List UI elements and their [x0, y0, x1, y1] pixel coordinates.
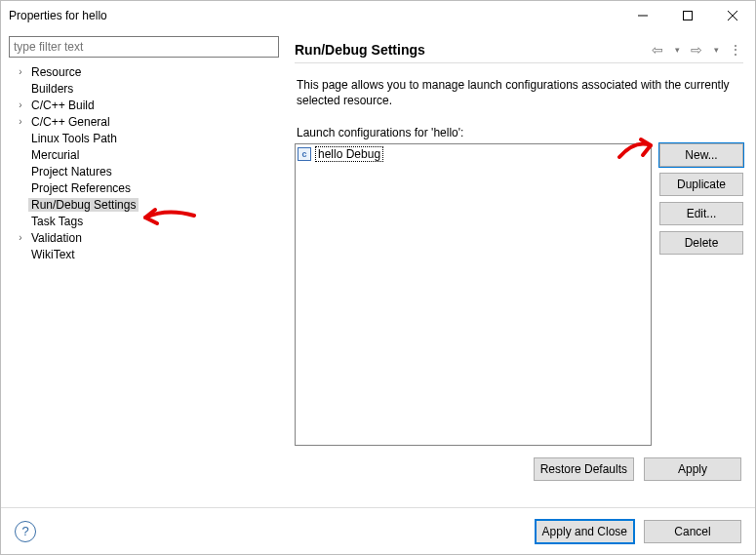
- config-side-buttons: New... Duplicate Edit... Delete: [659, 143, 743, 446]
- page-bottom-buttons: Restore Defaults Apply: [295, 457, 743, 481]
- tree-item[interactable]: Linux Tools Path: [9, 130, 279, 146]
- tree-item[interactable]: ›Resource: [9, 63, 279, 80]
- restore-defaults-button[interactable]: Restore Defaults: [534, 457, 634, 481]
- dialog-content: ›ResourceBuilders›C/C++ Build›C/C++ Gene…: [1, 30, 755, 507]
- edit-button[interactable]: Edit...: [659, 202, 743, 225]
- tree-item[interactable]: Project Natures: [9, 163, 279, 179]
- svg-rect-1: [684, 12, 693, 20]
- tree-item-label: Mercurial: [28, 148, 82, 162]
- tree-item[interactable]: Mercurial: [9, 146, 279, 163]
- tree-item-label: Project Natures: [28, 165, 115, 178]
- dialog-footer: ? Apply and Close Cancel: [1, 507, 755, 554]
- chevron-right-icon[interactable]: ›: [13, 232, 28, 243]
- config-row: chello Debug New... Duplicate Edit... De…: [295, 143, 743, 446]
- minimize-button[interactable]: [620, 1, 665, 30]
- chevron-down-icon[interactable]: ▾: [669, 42, 685, 58]
- tree-item[interactable]: Task Tags: [9, 213, 279, 229]
- config-item[interactable]: chello Debug: [298, 146, 649, 162]
- window-title: Properties for hello: [9, 9, 620, 22]
- page-intro: This page allows you to manage launch co…: [297, 77, 741, 108]
- config-list[interactable]: chello Debug: [295, 143, 652, 446]
- heading-row: Run/Debug Settings ⇦ ▾ ⇨ ▾ ⋮: [295, 36, 743, 63]
- new-button[interactable]: New...: [659, 143, 743, 167]
- tree-item-label: C/C++ General: [28, 115, 113, 129]
- nav-back-icon[interactable]: ⇦: [650, 42, 665, 58]
- tree-item-label: Builders: [28, 82, 76, 96]
- tree-item[interactable]: ›C/C++ General: [9, 113, 279, 130]
- cancel-button[interactable]: Cancel: [644, 520, 741, 543]
- tree-item[interactable]: ›C/C++ Build: [9, 97, 279, 113]
- chevron-right-icon[interactable]: ›: [13, 66, 28, 77]
- tree-item-label: Resource: [28, 65, 84, 79]
- close-button[interactable]: [710, 1, 755, 30]
- right-pane: Run/Debug Settings ⇦ ▾ ⇨ ▾ ⋮ This page a…: [289, 30, 755, 507]
- window-controls: [620, 1, 755, 30]
- tree-item-label: WikiText: [28, 248, 78, 261]
- tree-item[interactable]: Run/Debug Settings: [9, 196, 279, 213]
- title-bar: Properties for hello: [1, 1, 755, 30]
- filter-input[interactable]: [9, 36, 279, 58]
- tree-item[interactable]: Project References: [9, 179, 279, 196]
- apply-button[interactable]: Apply: [644, 457, 741, 481]
- tree-item[interactable]: WikiText: [9, 246, 279, 262]
- tree-item[interactable]: ›Validation: [9, 229, 279, 246]
- nav-forward-icon[interactable]: ⇨: [689, 42, 704, 58]
- config-item-label: hello Debug: [315, 146, 383, 162]
- chevron-right-icon[interactable]: ›: [13, 116, 28, 127]
- chevron-right-icon[interactable]: ›: [13, 99, 28, 110]
- chevron-down-icon[interactable]: ▾: [708, 42, 724, 58]
- c-file-icon: c: [298, 147, 311, 161]
- tree-item-label: Run/Debug Settings: [28, 198, 139, 212]
- tree-item-label: C/C++ Build: [28, 99, 98, 112]
- tree-item[interactable]: Builders: [9, 80, 279, 97]
- delete-button[interactable]: Delete: [659, 231, 743, 255]
- tree-item-label: Project References: [28, 181, 134, 195]
- tree-item-label: Task Tags: [28, 215, 86, 228]
- page-heading: Run/Debug Settings: [295, 42, 650, 58]
- duplicate-button[interactable]: Duplicate: [659, 173, 743, 196]
- left-pane: ›ResourceBuilders›C/C++ Build›C/C++ Gene…: [1, 30, 289, 507]
- config-list-label: Launch configurations for 'hello':: [297, 126, 741, 139]
- nav-tree[interactable]: ›ResourceBuilders›C/C++ Build›C/C++ Gene…: [9, 63, 279, 262]
- menu-icon[interactable]: ⋮: [728, 42, 743, 58]
- apply-and-close-button[interactable]: Apply and Close: [536, 520, 634, 543]
- tree-item-label: Linux Tools Path: [28, 132, 120, 145]
- heading-toolbar: ⇦ ▾ ⇨ ▾ ⋮: [650, 42, 743, 58]
- tree-item-label: Validation: [28, 231, 85, 245]
- help-icon[interactable]: ?: [15, 521, 36, 542]
- maximize-button[interactable]: [665, 1, 710, 30]
